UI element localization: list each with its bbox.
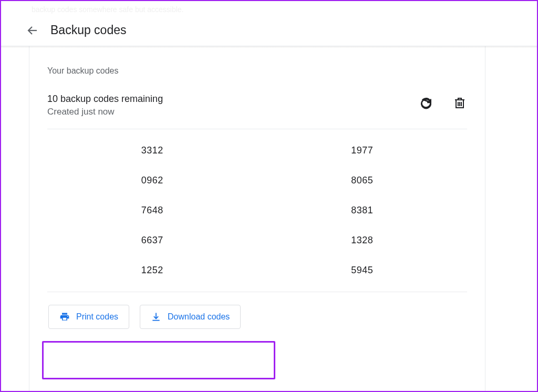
backup-code: 6637 [141,235,163,246]
download-icon [151,312,161,322]
print-icon [59,312,70,322]
print-button-label: Print codes [76,312,118,322]
backup-code: 7648 [141,205,163,216]
backup-code: 0962 [141,175,163,186]
delete-icon[interactable] [452,96,467,110]
download-button-label: Download codes [168,312,230,322]
backup-code: 5945 [351,265,373,276]
codes-grid: 3312 1977 0962 8065 7648 8381 6637 1328 … [47,129,467,292]
back-arrow-icon[interactable] [26,24,39,37]
backup-code: 8065 [351,175,373,186]
backup-code: 1977 [351,145,373,156]
backup-code: 1252 [141,265,163,276]
download-codes-button[interactable]: Download codes [140,305,241,329]
page-header: Backup codes [0,15,538,46]
backup-code: 3312 [141,145,163,156]
backup-code: 8381 [351,205,373,216]
faded-background-text: backup codes somewhere safe but accessib… [32,5,184,14]
divider [47,292,467,292]
created-time-text: Created just now [47,107,163,117]
button-row: Print codes Download codes [47,304,467,330]
backup-codes-card: Your backup codes 10 backup codes remain… [29,46,485,392]
page-title: Backup codes [50,23,126,37]
codes-remaining-text: 10 backup codes remaining [47,94,163,105]
refresh-icon[interactable] [419,96,433,110]
backup-code: 1328 [351,235,373,246]
section-label: Your backup codes [47,66,467,76]
print-codes-button[interactable]: Print codes [48,305,129,329]
